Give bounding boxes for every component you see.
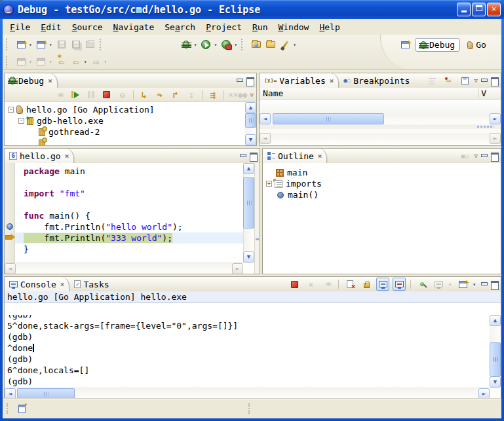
- variables-details-sash[interactable]: [260, 124, 501, 129]
- code-line[interactable]: [24, 199, 243, 210]
- debug-launch-dropdown[interactable]: [194, 42, 197, 48]
- code-line[interactable]: func main() {: [24, 210, 243, 221]
- save-all-button[interactable]: [69, 38, 83, 51]
- scroll-lock-button[interactable]: [360, 278, 373, 291]
- run-launch-button[interactable]: [199, 38, 212, 51]
- menu-help[interactable]: Help: [315, 21, 344, 33]
- show-stderr-button[interactable]: [393, 278, 406, 291]
- last-edit-location-button[interactable]: ⇦: [55, 56, 68, 69]
- back-dropdown[interactable]: [84, 59, 87, 65]
- editor-minimize-button[interactable]: [239, 153, 247, 160]
- menu-navigate[interactable]: Navigate: [109, 21, 159, 33]
- new-wizard-dropdown[interactable]: [29, 42, 32, 48]
- collapse-icon[interactable]: -: [8, 107, 14, 113]
- code-line[interactable]: [24, 177, 243, 188]
- title-bar[interactable]: Debug - testGo/src/cmd/hello.go - Eclips…: [0, 0, 504, 19]
- column-name[interactable]: Name: [260, 88, 283, 98]
- tab-outline[interactable]: Outline: [263, 149, 327, 163]
- code-editor[interactable]: package mainimport "fmt"func main() { fm…: [15, 163, 243, 274]
- code-line[interactable]: package main: [24, 166, 243, 177]
- variables-tab-close-icon[interactable]: [330, 77, 334, 85]
- editor-maximize-button[interactable]: [249, 153, 258, 160]
- suspend-button[interactable]: [85, 88, 98, 101]
- debug-view-menu-icon[interactable]: [250, 92, 254, 98]
- menu-file[interactable]: File: [5, 21, 35, 33]
- code-line[interactable]: fmt.Println("hello world");: [24, 221, 243, 232]
- new-project-button[interactable]: [35, 38, 48, 51]
- remove-launch-button[interactable]: [304, 278, 317, 291]
- menu-project[interactable]: Project: [201, 21, 246, 33]
- tree-row[interactable]: +imports: [263, 178, 501, 189]
- console-line[interactable]: (gdb): [7, 354, 490, 365]
- previous-annotation-button[interactable]: [35, 56, 48, 69]
- search-button[interactable]: [279, 38, 292, 51]
- variables-maximize-button[interactable]: [490, 77, 499, 84]
- scroll-down-icon[interactable]: ▼: [490, 376, 501, 388]
- debug-vertical-scrollbar[interactable]: ▲ ▼: [245, 102, 256, 145]
- show-type-names-button[interactable]: [426, 74, 439, 87]
- console-line[interactable]: (gdb): [7, 315, 490, 320]
- menu-window[interactable]: Window: [273, 21, 313, 33]
- collapse-icon[interactable]: -: [18, 118, 24, 124]
- console-h-scrollbar[interactable]: ◄ ►: [5, 388, 490, 399]
- scroll-right-icon[interactable]: ►: [478, 388, 490, 399]
- tree-row[interactable]: gothread-2: [5, 126, 245, 137]
- next-annotation-dropdown[interactable]: [29, 59, 32, 65]
- terminate-button[interactable]: [100, 88, 113, 101]
- drop-to-frame-button[interactable]: ↧: [185, 88, 198, 101]
- toolbar-grip[interactable]: [100, 39, 104, 50]
- console-minimize-button[interactable]: [480, 281, 488, 288]
- debug-view-more-button[interactable]: ●●: [228, 88, 248, 101]
- outline-tab-close-icon[interactable]: [318, 152, 322, 160]
- console-line[interactable]: (gdb): [7, 331, 490, 342]
- console-output[interactable]: (gdb) 5^done,stack-args=[frame={level="0…: [5, 315, 490, 388]
- tree-row[interactable]: main(): [263, 189, 501, 200]
- show-stdout-button[interactable]: [376, 278, 389, 291]
- scroll-down-icon[interactable]: ▼: [243, 251, 254, 263]
- collapse-all-button[interactable]: [459, 74, 472, 87]
- perspective-debug-button[interactable]: Debug: [415, 38, 460, 52]
- remove-terminated-button[interactable]: [53, 88, 66, 101]
- variables-view-menu-icon[interactable]: [475, 77, 478, 84]
- open-type-button[interactable]: [250, 38, 263, 51]
- use-step-filters-button[interactable]: ⇶: [206, 88, 220, 101]
- tab-hello-go[interactable]: G hello.go: [5, 149, 74, 163]
- scroll-right-icon[interactable]: ►: [490, 113, 501, 124]
- new-project-dropdown[interactable]: [49, 42, 52, 48]
- scroll-left-icon[interactable]: ◄: [260, 113, 271, 124]
- step-into-button[interactable]: ↳: [138, 88, 151, 101]
- editor-tab-close-icon[interactable]: [65, 152, 69, 160]
- step-over-button[interactable]: ↷: [153, 88, 166, 101]
- variables-h-scrollbar[interactable]: ◄ ►: [260, 113, 501, 124]
- outline-sort-button[interactable]: ●◎: [459, 149, 472, 162]
- forward-dropdown[interactable]: [104, 59, 107, 65]
- external-tools-button[interactable]: [220, 38, 233, 51]
- console-maximize-button[interactable]: [490, 281, 499, 288]
- scroll-up-icon[interactable]: ▲: [490, 315, 501, 326]
- debug-maximize-button[interactable]: [246, 77, 254, 84]
- open-resource-button[interactable]: [264, 38, 277, 51]
- next-annotation-button[interactable]: [14, 56, 28, 69]
- tab-console[interactable]: Console: [5, 277, 69, 291]
- tab-variables[interactable]: (x)= Variables: [260, 73, 339, 88]
- editor-gutter[interactable]: [5, 163, 15, 274]
- run-launch-dropdown[interactable]: [214, 42, 217, 48]
- search-dropdown[interactable]: [293, 42, 296, 48]
- console-line[interactable]: (gdb): [7, 376, 490, 387]
- breakpoint-marker-icon[interactable]: [7, 223, 13, 230]
- scroll-left-icon[interactable]: ◄: [5, 388, 16, 399]
- maximize-button[interactable]: [472, 3, 486, 16]
- disconnect-button[interactable]: ⎉: [116, 88, 129, 101]
- console-line[interactable]: 6^done,locals=[]: [7, 365, 490, 376]
- statusbar-grip[interactable]: [7, 403, 10, 414]
- tab-breakpoints[interactable]: ●◌ Breakpoints: [339, 73, 414, 88]
- external-tools-dropdown[interactable]: [234, 42, 237, 48]
- debug-tab-close-icon[interactable]: [48, 77, 52, 85]
- step-return-button[interactable]: ↱: [169, 88, 182, 101]
- back-button[interactable]: ⇦: [69, 56, 83, 69]
- pin-console-button[interactable]: [416, 278, 429, 291]
- console-tab-close-icon[interactable]: [60, 280, 65, 289]
- statusbar-grip[interactable]: [248, 403, 252, 414]
- remove-all-launches-button[interactable]: [320, 278, 334, 291]
- menu-search[interactable]: Search: [160, 21, 200, 33]
